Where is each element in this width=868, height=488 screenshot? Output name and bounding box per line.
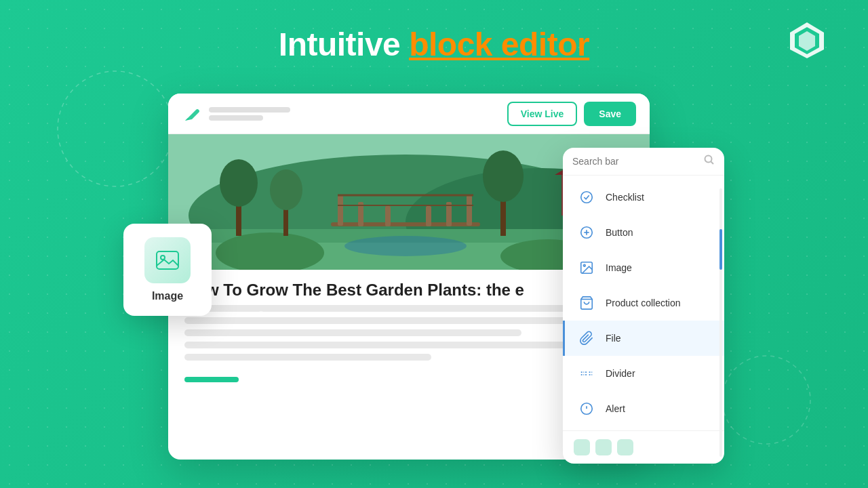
product-icon <box>576 292 597 314</box>
image-icon-box <box>144 237 191 283</box>
page-title: Intuitive block editor <box>279 26 589 63</box>
svg-point-19 <box>344 236 467 256</box>
footer-pill <box>184 377 239 382</box>
scrollbar-thumb[interactable] <box>719 229 722 270</box>
svg-point-1 <box>722 356 810 444</box>
footer-dot-2 <box>595 439 612 455</box>
block-picker-panel: Checklist Button Image Product collectio… <box>563 148 724 464</box>
block-label-file: File <box>606 333 621 344</box>
editor-toolbar: View Live Save <box>168 94 650 134</box>
svg-point-29 <box>270 169 302 210</box>
breadcrumb <box>209 107 507 121</box>
block-item-image[interactable]: Image <box>563 250 724 285</box>
search-icon <box>704 155 715 168</box>
svg-point-32 <box>705 156 712 163</box>
block-item-divider[interactable]: Divider <box>563 356 724 391</box>
scrollbar-track <box>719 188 722 457</box>
image-icon <box>155 248 180 272</box>
footer-dot-1 <box>574 439 590 455</box>
deco-connector-left <box>210 304 264 324</box>
svg-rect-15 <box>385 206 391 226</box>
file-icon <box>576 327 597 349</box>
block-item-button[interactable]: Button <box>563 215 724 250</box>
button-icon <box>576 222 597 243</box>
svg-rect-12 <box>467 195 472 226</box>
search-bar-container[interactable] <box>563 148 724 176</box>
save-button[interactable]: Save <box>584 102 636 126</box>
block-item-file[interactable]: File <box>563 321 724 356</box>
search-input[interactable] <box>572 156 715 167</box>
block-item-product[interactable]: Product collection <box>563 285 724 321</box>
block-label-alert: Alert <box>606 403 625 414</box>
footer-dot-3 <box>617 439 633 455</box>
toolbar-actions: View Live Save <box>507 102 636 126</box>
pen-icon <box>182 104 201 123</box>
block-label-divider: Divider <box>606 368 635 379</box>
svg-rect-11 <box>338 195 343 226</box>
block-item-alert[interactable]: Alert <box>563 391 724 426</box>
svg-point-31 <box>483 150 524 202</box>
block-label-button: Button <box>606 227 633 238</box>
image-tooltip-label: Image <box>152 290 183 302</box>
deco-circle-left <box>54 68 176 190</box>
deco-circle-right <box>719 352 814 447</box>
view-live-button[interactable]: View Live <box>507 102 578 126</box>
checklist-icon <box>576 186 597 208</box>
logo-icon <box>787 19 827 60</box>
block-label-product: Product collection <box>606 298 681 308</box>
block-list: Checklist Button Image Product collectio… <box>563 176 724 430</box>
svg-point-0 <box>58 71 173 186</box>
svg-point-39 <box>583 264 585 266</box>
editor-logo <box>182 104 202 124</box>
svg-rect-50 <box>157 251 178 269</box>
svg-rect-10 <box>331 222 480 226</box>
image-block-icon <box>576 257 597 279</box>
image-tooltip: Image <box>123 224 212 316</box>
svg-rect-16 <box>426 206 431 226</box>
picker-footer <box>563 430 724 464</box>
block-label-checklist: Checklist <box>606 192 644 203</box>
svg-point-34 <box>581 192 593 203</box>
svg-point-53 <box>258 311 264 317</box>
divider-icon <box>576 363 597 384</box>
block-item-checklist[interactable]: Checklist <box>563 180 724 215</box>
svg-point-27 <box>220 159 258 207</box>
svg-line-33 <box>711 162 714 165</box>
alert-icon <box>576 398 597 420</box>
block-label-image: Image <box>606 262 632 273</box>
